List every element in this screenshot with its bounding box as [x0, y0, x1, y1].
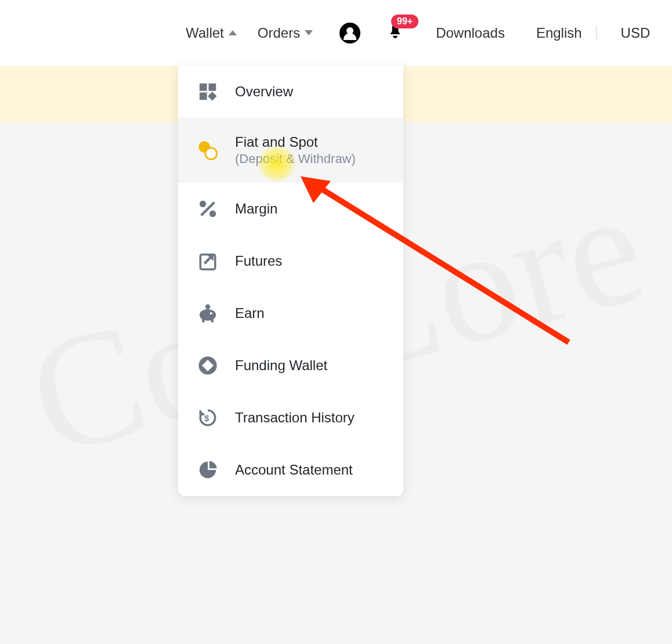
downloads-link[interactable]: Downloads — [436, 25, 505, 41]
svg-point-5 — [205, 148, 217, 160]
menu-item-futures[interactable]: Futures — [178, 235, 403, 287]
svg-point-6 — [200, 201, 206, 207]
item-label: Overview — [235, 84, 293, 100]
menu-item-transaction-history[interactable]: $ Transaction History — [178, 392, 403, 444]
item-text: Earn — [235, 305, 265, 321]
notification-badge: 99+ — [391, 15, 418, 28]
caret-down-icon — [305, 30, 313, 35]
item-label: Account Statement — [235, 462, 353, 478]
svg-marker-3 — [208, 92, 217, 101]
svg-point-7 — [209, 211, 216, 217]
grid-icon — [198, 82, 218, 102]
item-text: Margin — [235, 201, 277, 217]
item-text: Overview — [235, 84, 293, 100]
svg-point-12 — [200, 309, 216, 321]
item-label: Transaction History — [235, 410, 355, 426]
header-nav: Wallet Orders 99+ Downloads English USD — [0, 0, 672, 66]
item-label: Margin — [235, 201, 277, 217]
wallet-dropdown-toggle[interactable]: Wallet — [186, 25, 237, 41]
item-text: Fiat and Spot (Deposit & Withdraw) — [235, 134, 356, 167]
exchange-icon — [198, 140, 218, 160]
profile-icon[interactable] — [339, 23, 360, 44]
menu-item-earn[interactable]: Earn — [178, 287, 403, 339]
svg-rect-15 — [211, 319, 214, 323]
menu-item-account-statement[interactable]: Account Statement — [178, 444, 403, 496]
percent-icon — [198, 199, 218, 219]
item-label: Funding Wallet — [235, 357, 327, 374]
svg-rect-0 — [200, 84, 207, 91]
menu-item-margin[interactable]: Margin — [178, 183, 403, 235]
menu-item-funding-wallet[interactable]: Funding Wallet — [178, 339, 403, 392]
svg-rect-2 — [200, 92, 207, 100]
pie-icon — [198, 460, 218, 480]
item-text: Funding Wallet — [235, 357, 327, 374]
notifications-button[interactable]: 99+ — [386, 23, 404, 44]
wallet-dropdown-menu: Overview Fiat and Spot (Deposit & Withdr… — [178, 66, 403, 496]
svg-text:$: $ — [204, 414, 209, 423]
svg-rect-14 — [202, 319, 204, 323]
item-label: Fiat and Spot — [235, 134, 356, 150]
svg-point-16 — [210, 312, 212, 314]
menu-item-fiat-and-spot[interactable]: Fiat and Spot (Deposit & Withdraw) — [178, 118, 403, 183]
currency-selector[interactable]: USD — [621, 25, 651, 41]
svg-line-11 — [204, 255, 212, 263]
divider — [596, 26, 597, 40]
orders-dropdown-toggle[interactable]: Orders — [258, 25, 313, 41]
menu-item-overview[interactable]: Overview — [178, 66, 403, 118]
caret-up-icon — [229, 30, 237, 35]
diamond-circle-icon — [198, 356, 218, 375]
item-text: Transaction History — [235, 410, 355, 426]
item-label: Futures — [235, 253, 282, 269]
orders-label: Orders — [258, 25, 300, 41]
item-sublabel: (Deposit & Withdraw) — [235, 151, 356, 167]
item-text: Futures — [235, 253, 282, 269]
svg-point-13 — [205, 304, 211, 309]
language-selector[interactable]: English — [536, 25, 582, 41]
item-text: Account Statement — [235, 462, 353, 478]
piggy-bank-icon — [198, 303, 218, 323]
svg-rect-1 — [208, 84, 216, 91]
chart-up-icon — [198, 251, 218, 271]
history-icon: $ — [198, 408, 218, 428]
item-label: Earn — [235, 305, 265, 321]
wallet-label: Wallet — [186, 25, 224, 41]
